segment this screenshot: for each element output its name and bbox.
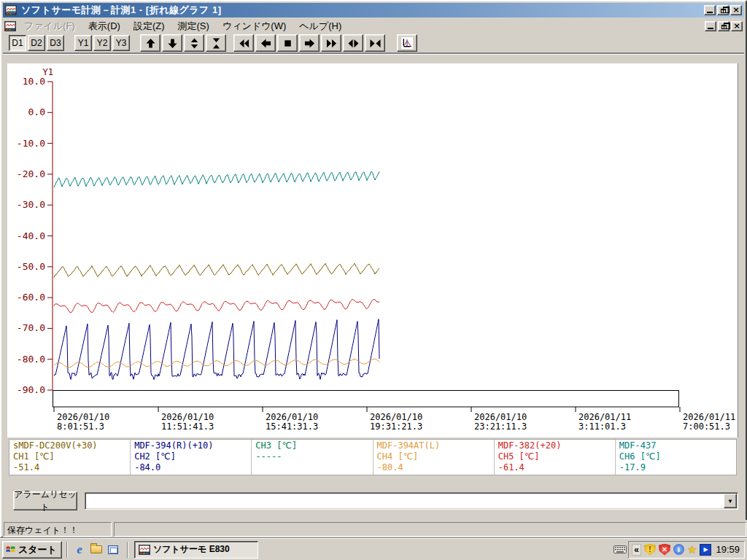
y-tick-label: -20.0 xyxy=(17,168,45,179)
window-title: ソフトサーモ計測－計測1 - [折れ線グラフ 1] xyxy=(21,4,704,17)
menu-window[interactable]: ウィンドウ(W) xyxy=(216,18,293,34)
y-axis-3-button[interactable]: Y3 xyxy=(112,35,130,51)
compress-horizontal-button[interactable] xyxy=(365,34,385,52)
keyboard-icon[interactable] xyxy=(614,545,627,553)
restore-button[interactable] xyxy=(717,5,729,15)
data-group-1-button[interactable]: D1 xyxy=(9,35,26,51)
line-chart[interactable]: Y110.00.0-10.0-20.0-30.0-40.0-50.0-60.0-… xyxy=(7,63,738,438)
status-message: 保存ウェイト！！ xyxy=(4,522,112,537)
child-minimize-button[interactable] xyxy=(705,21,716,31)
channel-id: CH6 [℃] xyxy=(619,451,732,462)
series-ch5-line xyxy=(54,299,379,312)
legend-cell-ch6[interactable]: MDF-437CH6 [℃]-17.9 xyxy=(616,440,736,475)
info-balloon-icon[interactable]: i xyxy=(673,544,684,555)
y-axis-2-button[interactable]: Y2 xyxy=(93,35,111,51)
channel-current-value: -51.4 xyxy=(13,462,126,473)
taskbar-clock[interactable]: 19:59 xyxy=(714,544,740,555)
folder-icon[interactable] xyxy=(89,542,104,557)
minimize-icon xyxy=(707,12,713,13)
step-forward-button[interactable] xyxy=(299,34,320,52)
y-tick-label: 0.0 xyxy=(28,106,45,117)
stop-button[interactable] xyxy=(277,34,298,52)
child-close-button[interactable]: × xyxy=(731,21,743,31)
y-tick-label: -70.0 xyxy=(17,322,45,333)
restore-icon xyxy=(721,9,726,13)
channel-id: CH1 [℃] xyxy=(13,451,126,462)
legend-cell-ch5[interactable]: MDF-382(+20)CH5 [℃]-61.4 xyxy=(495,440,616,475)
status-bar: 保存ウェイト！！ xyxy=(3,520,747,538)
legend-cell-ch4[interactable]: MDF-394AT(L)CH4 [℃]-80.4 xyxy=(374,440,495,475)
taskbar-separator xyxy=(127,542,128,558)
y-tick-label: -60.0 xyxy=(17,292,45,303)
y-tick-label: 10.0 xyxy=(23,76,45,87)
windows-logo-icon xyxy=(6,545,16,555)
security-alert-shield-icon[interactable]: ✕ xyxy=(659,544,670,556)
x-tick-date: 2026/01/10 xyxy=(370,412,422,422)
data-group-2-button[interactable]: D2 xyxy=(28,35,45,51)
alarm-combobox[interactable]: ▼ xyxy=(85,492,738,510)
child-minimize-icon xyxy=(708,28,713,29)
channel-name: sMDF-DC200V(+30) xyxy=(13,440,126,451)
menu-measure[interactable]: 測定(S) xyxy=(171,18,215,34)
menu-settings[interactable]: 設定(Z) xyxy=(127,18,171,34)
x-tick-date: 2026/01/10 xyxy=(57,412,109,422)
legend-cell-ch2[interactable]: MDF-394(R)(+10)CH2 [℃]-84.0 xyxy=(131,440,252,475)
x-tick-date: 2026/01/11 xyxy=(683,412,735,422)
scroll-down-button[interactable] xyxy=(162,34,182,52)
menu-view[interactable]: 表示(D) xyxy=(82,18,127,34)
media-play-icon[interactable]: ▶ xyxy=(700,544,711,556)
child-restore-icon xyxy=(721,25,727,29)
x-tick-time: 11:51:41.3 xyxy=(161,421,214,432)
time-range-selector[interactable] xyxy=(53,391,679,408)
status-secondary xyxy=(114,522,746,537)
expand-vertical-button[interactable] xyxy=(184,34,204,52)
show-desktop-icon[interactable] xyxy=(106,542,120,557)
x-tick-time: 23:21:11.3 xyxy=(474,421,527,432)
start-button[interactable]: スタート xyxy=(2,541,62,559)
taskbar-separator xyxy=(66,542,68,558)
series-ch4-line xyxy=(54,359,379,368)
alarm-reset-button[interactable]: アラームリセット xyxy=(13,491,77,510)
collapse-chevron-icon[interactable]: « xyxy=(632,544,641,556)
graph-settings-button[interactable] xyxy=(397,34,417,52)
internet-explorer-icon[interactable]: e xyxy=(72,542,87,557)
combobox-dropdown-button[interactable]: ▼ xyxy=(724,494,737,508)
favorites-star-icon[interactable]: ★ xyxy=(687,544,697,555)
x-tick-time: 19:31:21.3 xyxy=(370,421,422,432)
series-ch2-line xyxy=(54,319,379,380)
expand-horizontal-button[interactable] xyxy=(343,34,363,52)
start-button-label: スタート xyxy=(18,543,57,556)
menu-file[interactable]: ファイル(F) xyxy=(18,18,82,34)
legend-cell-ch3[interactable]: CH3 [℃]----- xyxy=(252,440,373,475)
channel-name: MDF-394AT(L) xyxy=(377,440,490,451)
data-group-3-button[interactable]: D3 xyxy=(47,35,64,51)
x-tick-time: 15:41:31.3 xyxy=(266,421,318,432)
legend-cell-ch1[interactable]: sMDF-DC200V(+30)CH1 [℃]-51.4 xyxy=(9,440,131,475)
channel-name: MDF-394(R)(+10) xyxy=(134,440,247,451)
toolbar: D1 D2 D3 Y1 Y2 Y3 xyxy=(3,34,744,54)
jump-to-end-button[interactable] xyxy=(321,34,341,52)
minimize-button[interactable] xyxy=(704,5,716,15)
title-bar[interactable]: ソフトサーモ計測－計測1 - [折れ線グラフ 1] × xyxy=(3,3,744,18)
x-tick-time: 3:11:01.3 xyxy=(578,421,626,432)
y-axis-1-button[interactable]: Y1 xyxy=(74,35,92,51)
menu-help[interactable]: ヘルプ(H) xyxy=(293,18,348,34)
channel-name: MDF-437 xyxy=(619,440,732,451)
x-tick-date: 2026/01/10 xyxy=(474,412,527,422)
x-tick-date: 2026/01/11 xyxy=(578,412,631,422)
child-window-icon[interactable] xyxy=(4,20,18,32)
compress-vertical-button[interactable] xyxy=(206,34,226,52)
series-ch1-line xyxy=(54,263,379,277)
task-button-softthermo[interactable]: ソフトサーモ E830 xyxy=(134,541,258,559)
scroll-up-button[interactable] xyxy=(140,34,160,52)
channel-id: CH4 [℃] xyxy=(377,451,490,462)
desktop: ソフトサーモ計測－計測1 - [折れ線グラフ 1] × ファイル(F) 表示(D… xyxy=(0,0,747,560)
close-button[interactable]: × xyxy=(730,5,742,15)
channel-id: CH3 [℃] xyxy=(255,440,368,451)
channel-current-value: -61.4 xyxy=(498,462,611,473)
jump-to-start-button[interactable] xyxy=(233,34,254,52)
step-back-button[interactable] xyxy=(255,34,276,52)
series-ch6-line xyxy=(54,171,379,187)
security-warning-shield-icon[interactable]: ! xyxy=(644,544,656,556)
child-restore-button[interactable] xyxy=(718,21,729,31)
